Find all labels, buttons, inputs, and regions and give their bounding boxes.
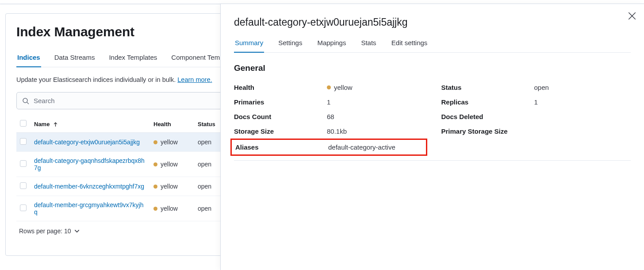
summary-label-docs-count: Docs Count bbox=[234, 113, 327, 120]
health-value: yellow bbox=[161, 161, 178, 168]
summary-label-aliases: Aliases bbox=[235, 143, 328, 151]
arrow-up-icon bbox=[53, 122, 58, 127]
index-name-link[interactable]: default-member-grcgmyahkewt9vx7kyjhq bbox=[34, 201, 143, 216]
summary-value-replicas: 1 bbox=[534, 98, 538, 106]
index-name-link[interactable]: default-category-etxjw0uruejan5i5ajjkg bbox=[34, 139, 140, 146]
health-dot-icon bbox=[153, 207, 157, 211]
aliases-highlight: Aliases default-category-active bbox=[230, 139, 427, 156]
row-checkbox[interactable] bbox=[20, 182, 27, 189]
tab-index-templates[interactable]: Index Templates bbox=[108, 50, 158, 67]
health-dot-icon bbox=[327, 85, 331, 89]
summary-value-docs-count: 68 bbox=[327, 113, 334, 120]
flyout-tab-stats[interactable]: Stats bbox=[360, 36, 377, 53]
flyout-tabs: Summary Settings Mappings Stats Edit set… bbox=[234, 36, 631, 53]
search-icon bbox=[22, 97, 29, 104]
page-description-text: Update your Elasticsearch indices indivi… bbox=[16, 76, 176, 83]
tab-data-streams[interactable]: Data Streams bbox=[54, 50, 96, 67]
select-all-checkbox[interactable] bbox=[20, 120, 27, 127]
summary-label-primary-storage: Primary Storage Size bbox=[441, 127, 534, 135]
learn-more-link[interactable]: Learn more. bbox=[177, 76, 212, 83]
index-name-link[interactable]: default-category-gaqnhsdfskapezrbqx8h7g bbox=[34, 157, 145, 171]
summary-value-storage-size: 80.1kb bbox=[327, 127, 347, 135]
svg-point-0 bbox=[23, 98, 27, 103]
index-detail-flyout: default-category-etxjw0uruejan5i5ajjkg S… bbox=[220, 4, 644, 270]
row-checkbox[interactable] bbox=[20, 160, 27, 167]
rows-per-page-label: Rows per page: 10 bbox=[19, 228, 71, 235]
summary-label-replicas: Replicas bbox=[441, 98, 534, 106]
health-value: yellow bbox=[161, 205, 178, 212]
close-icon[interactable] bbox=[628, 12, 636, 20]
flyout-tab-edit-settings[interactable]: Edit settings bbox=[391, 36, 429, 53]
summary-label-storage-size: Storage Size bbox=[234, 127, 327, 135]
flyout-title: default-category-etxjw0uruejan5i5ajjkg bbox=[234, 16, 631, 28]
summary-label-status: Status bbox=[441, 84, 534, 91]
summary-value-health: yellow bbox=[334, 84, 353, 91]
index-name-link[interactable]: default-member-6vknzceghkxmtpghf7xg bbox=[34, 183, 144, 190]
summary-label-docs-deleted: Docs Deleted bbox=[441, 113, 534, 120]
chevron-down-icon bbox=[74, 228, 80, 234]
tab-indices[interactable]: Indices bbox=[16, 50, 41, 67]
summary-grid: Health yellow Primaries 1 Docs Count 68 … bbox=[234, 80, 631, 169]
row-checkbox[interactable] bbox=[20, 204, 27, 211]
col-name-label: Name bbox=[34, 121, 50, 127]
summary-divider bbox=[234, 160, 631, 161]
section-heading: General bbox=[234, 63, 631, 73]
summary-label-primaries: Primaries bbox=[234, 98, 327, 106]
health-dot-icon bbox=[153, 185, 157, 189]
health-value: yellow bbox=[161, 139, 178, 146]
svg-line-1 bbox=[27, 102, 29, 104]
flyout-tab-mappings[interactable]: Mappings bbox=[316, 36, 347, 53]
summary-value-aliases: default-category-active bbox=[328, 143, 395, 151]
summary-value-status: open bbox=[534, 84, 549, 91]
flyout-tab-summary[interactable]: Summary bbox=[234, 36, 264, 53]
health-value: yellow bbox=[161, 183, 178, 190]
summary-value-primaries: 1 bbox=[327, 98, 330, 106]
health-dot-icon bbox=[153, 162, 157, 166]
flyout-tab-settings[interactable]: Settings bbox=[277, 36, 303, 53]
col-name[interactable]: Name bbox=[31, 116, 150, 133]
col-health[interactable]: Health bbox=[150, 116, 194, 133]
summary-label-health: Health bbox=[234, 84, 327, 91]
health-dot-icon bbox=[153, 140, 157, 144]
row-checkbox[interactable] bbox=[20, 138, 27, 145]
